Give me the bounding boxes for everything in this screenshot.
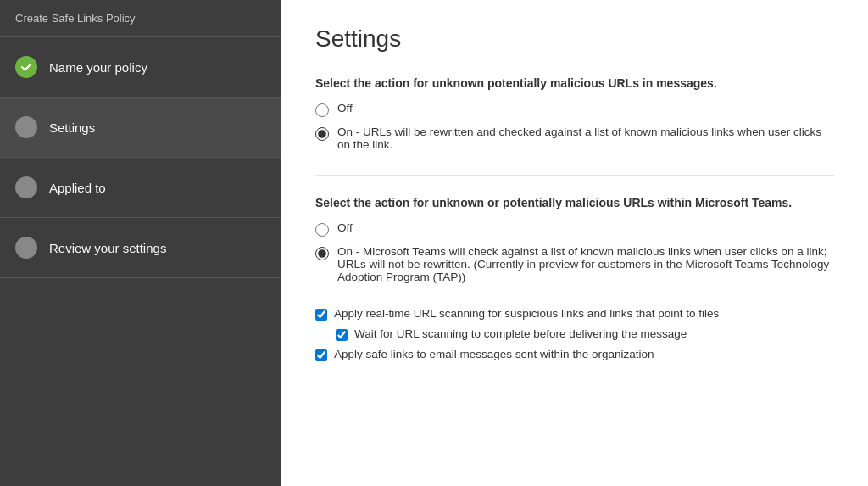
step-icon-name-policy: [15, 56, 37, 78]
step-icon-review-settings: [15, 237, 37, 259]
radio-on-teams[interactable]: On - Microsoft Teams will check against …: [315, 245, 834, 283]
sidebar-item-settings[interactable]: Settings: [0, 98, 281, 158]
checkbox-safe-links-org-label: Apply safe links to email messages sent …: [334, 348, 654, 360]
radio-off-messages-input[interactable]: [315, 103, 329, 117]
radio-on-teams-input[interactable]: [315, 247, 329, 260]
section1-question: Select the action for unknown potentiall…: [315, 76, 834, 90]
checkbox-safe-links-org-input[interactable]: [315, 349, 327, 361]
section-messages: Select the action for unknown potentiall…: [315, 76, 834, 151]
radio-off-teams[interactable]: Off: [315, 221, 834, 237]
step-icon-applied-to: [15, 176, 37, 198]
checkbox-realtime-scan-label: Apply real-time URL scanning for suspici…: [334, 307, 719, 320]
checkbox-group: Apply real-time URL scanning for suspici…: [315, 307, 834, 361]
sidebar-item-label-applied-to: Applied to: [49, 181, 106, 195]
sidebar-item-label-review-settings: Review your settings: [49, 241, 166, 255]
radio-on-messages[interactable]: On - URLs will be rewritten and checked …: [315, 126, 834, 151]
page-title: Settings: [315, 25, 834, 53]
sidebar: Create Safe Links Policy Name your polic…: [0, 0, 281, 486]
radio-on-messages-label: On - URLs will be rewritten and checked …: [337, 126, 834, 151]
checkbox-realtime-scan-input[interactable]: [315, 309, 327, 321]
sidebar-item-applied-to[interactable]: Applied to: [0, 158, 281, 218]
checkbox-realtime-scan[interactable]: Apply real-time URL scanning for suspici…: [315, 307, 834, 321]
radio-on-teams-label: On - Microsoft Teams will check against …: [337, 245, 834, 283]
radio-off-messages[interactable]: Off: [315, 102, 834, 117]
sidebar-item-label-settings: Settings: [49, 120, 95, 135]
section2-radio-group: Off On - Microsoft Teams will check agai…: [315, 221, 834, 283]
section1-radio-group: Off On - URLs will be rewritten and chec…: [315, 102, 834, 151]
sidebar-item-name-policy[interactable]: Name your policy: [0, 37, 281, 98]
step-icon-settings: [15, 116, 37, 138]
checkbox-wait-scan[interactable]: Wait for URL scanning to complete before…: [336, 327, 834, 341]
sidebar-item-review-settings[interactable]: Review your settings: [0, 218, 281, 278]
sidebar-item-label-name-policy: Name your policy: [49, 60, 147, 75]
main-content: Settings Select the action for unknown p…: [281, 0, 868, 486]
radio-off-messages-label: Off: [337, 102, 353, 115]
checkbox-wait-scan-label: Wait for URL scanning to complete before…: [354, 327, 687, 340]
checkbox-safe-links-org[interactable]: Apply safe links to email messages sent …: [315, 348, 834, 361]
radio-off-teams-input[interactable]: [315, 223, 329, 237]
checkbox-wait-scan-input[interactable]: [336, 329, 348, 341]
section-divider: [315, 175, 834, 176]
radio-off-teams-label: Off: [337, 221, 353, 234]
radio-on-messages-input[interactable]: [315, 127, 329, 141]
sidebar-title: Create Safe Links Policy: [0, 0, 281, 37]
section2-question: Select the action for unknown or potenti…: [315, 196, 834, 209]
section-teams: Select the action for unknown or potenti…: [315, 196, 834, 283]
